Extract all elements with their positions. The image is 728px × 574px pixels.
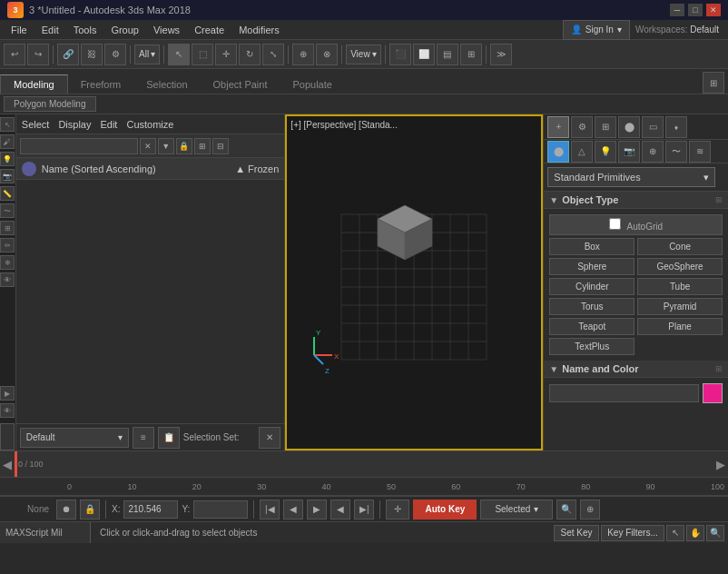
add-selection-btn[interactable]: ✕ — [259, 427, 280, 449]
scene-object-list[interactable] — [16, 180, 285, 423]
hierarchy-tab-btn[interactable]: ⊞ — [595, 116, 616, 138]
maximize-button[interactable]: □ — [688, 4, 703, 16]
shapes-tab-btn[interactable]: △ — [571, 141, 593, 163]
tab-populate[interactable]: Populate — [280, 74, 344, 94]
scene-menu-display[interactable]: Display — [58, 119, 91, 130]
sidebar-icon-wave[interactable]: 〜 — [0, 203, 15, 218]
menu-modifiers[interactable]: Modifiers — [231, 23, 287, 37]
render-btn2[interactable]: ⬜ — [413, 44, 435, 65]
tab-selection[interactable]: Selection — [133, 74, 200, 94]
select-button[interactable]: ↖ — [168, 44, 190, 65]
maxscript-label[interactable]: MAXScript Mil — [0, 522, 91, 543]
menu-edit[interactable]: Edit — [34, 23, 66, 37]
timeline-next-btn[interactable]: ▶ — [713, 451, 728, 477]
standard-primitives-dropdown[interactable]: Standard Primitives ▾ — [547, 167, 715, 187]
helpers-tab-btn[interactable]: ⊕ — [642, 141, 664, 163]
object-name-input[interactable] — [549, 384, 699, 402]
color-swatch-small[interactable] — [0, 423, 15, 450]
crosshair-btn[interactable]: ✛ — [386, 500, 409, 520]
snap2-button[interactable]: ⊗ — [316, 44, 338, 65]
sidebar-icon-select[interactable]: ↖ — [0, 117, 15, 132]
sidebar-icon-ruler[interactable]: 📏 — [0, 186, 15, 201]
lights-tab-btn[interactable]: 💡 — [595, 141, 616, 163]
snap-button[interactable]: ⊕ — [292, 44, 314, 65]
spacewarps-tab-btn[interactable]: 〜 — [665, 141, 687, 163]
default-dropdown[interactable]: Default ▾ — [20, 428, 129, 448]
sidebar-icon-arrow[interactable]: ▶ — [0, 386, 15, 401]
scene-btn2[interactable]: 📋 — [158, 427, 180, 449]
auto-key-button[interactable]: Auto Key — [413, 500, 477, 520]
display-tab-btn[interactable]: ▭ — [642, 116, 664, 138]
cylinder-btn[interactable]: Cylinder — [549, 278, 635, 295]
layers-btn[interactable]: ≡ — [133, 427, 154, 449]
play-btn[interactable]: ▶ — [307, 500, 327, 520]
sidebar-icon-grid[interactable]: ⊞ — [0, 221, 15, 235]
autogrid-checkbox[interactable]: AutoGrid — [549, 214, 723, 235]
color-picker-swatch[interactable] — [703, 383, 723, 403]
torus-btn[interactable]: Torus — [549, 298, 635, 315]
tab-freeform[interactable]: Freeform — [68, 74, 134, 94]
unlink-button[interactable]: ⛓ — [81, 44, 103, 65]
x-coord-input[interactable] — [123, 500, 178, 519]
sign-in-button[interactable]: 👤 Sign In ▾ — [563, 20, 630, 40]
play-back-btn[interactable]: ◀ — [330, 500, 350, 520]
status-nav-btn1[interactable]: ↖ — [666, 525, 684, 541]
render-btn1[interactable]: ⬛ — [389, 44, 411, 65]
viewport[interactable]: [+] [Perspective] [Standa... — [285, 114, 543, 450]
scene-menu-select[interactable]: Select — [22, 119, 50, 130]
undo-button[interactable]: ↩ — [4, 44, 25, 65]
menu-create[interactable]: Create — [187, 23, 231, 37]
zoom-btn[interactable]: ⊕ — [580, 500, 600, 520]
search-btn[interactable]: 🔍 — [556, 500, 576, 520]
box-btn[interactable]: Box — [549, 238, 635, 255]
sidebar-icon-light[interactable]: 💡 — [0, 152, 15, 166]
name-color-header[interactable]: ▼ Name and Color ⊞ — [544, 361, 728, 378]
y-coord-input[interactable] — [193, 500, 248, 519]
status-nav-btn2[interactable]: ✋ — [686, 525, 704, 541]
render-btn3[interactable]: ▤ — [437, 44, 458, 65]
tab-modeling[interactable]: Modeling — [0, 74, 68, 94]
scene-menu-customize[interactable]: Customize — [126, 119, 173, 130]
move-button[interactable]: ✛ — [215, 44, 237, 65]
autogrid-input[interactable] — [609, 218, 621, 230]
timeline-scrubber[interactable]: 0 / 100 — [15, 451, 713, 477]
more-btn[interactable]: ≫ — [490, 44, 512, 65]
sidebar-icon-paint[interactable]: 🖌 — [0, 134, 15, 149]
modify-tab-btn[interactable]: ⚙ — [571, 116, 593, 138]
record-btn[interactable]: ⏺ — [56, 500, 76, 520]
sphere-btn[interactable]: Sphere — [549, 258, 635, 275]
redo-button[interactable]: ↪ — [27, 44, 49, 65]
lock-btn2[interactable]: 🔒 — [80, 500, 100, 520]
cameras-tab-btn[interactable]: 📷 — [618, 141, 640, 163]
tube-btn[interactable]: Tube — [637, 278, 723, 295]
prev-frame-btn[interactable]: ◀ — [283, 500, 303, 520]
sub-tab-polygon-modeling[interactable]: Polygon Modeling — [4, 96, 96, 112]
status-nav-btn3[interactable]: 🔍 — [706, 525, 724, 541]
view-dropdown[interactable]: View ▾ — [346, 45, 381, 64]
timeline-prev-btn[interactable]: ◀ — [0, 451, 15, 477]
sidebar-icon-eye2[interactable]: 👁 — [0, 403, 15, 418]
scale-button[interactable]: ⤡ — [262, 44, 284, 65]
sidebar-icon-snowflake[interactable]: ❄ — [0, 255, 15, 270]
sidebar-icon-brush[interactable]: ✏ — [0, 238, 15, 252]
menu-tools[interactable]: Tools — [66, 23, 104, 37]
filter-btn[interactable]: ▼ — [158, 138, 174, 154]
goto-start-btn[interactable]: |◀ — [260, 500, 280, 520]
geosphere-btn[interactable]: GeoSphere — [637, 258, 723, 275]
menu-views[interactable]: Views — [146, 23, 187, 37]
tab-object-paint[interactable]: Object Paint — [201, 74, 280, 94]
scene-search-input[interactable] — [20, 138, 138, 154]
key-filters-button[interactable]: Key Filters... — [601, 525, 664, 541]
menu-group[interactable]: Group — [103, 23, 146, 37]
minimize-button[interactable]: ─ — [670, 4, 684, 16]
lock-btn[interactable]: 🔒 — [176, 138, 192, 154]
geo-tab-btn[interactable]: ⬤ — [547, 141, 569, 163]
textplus-btn[interactable]: TextPlus — [549, 338, 635, 355]
menu-file[interactable]: File — [4, 23, 34, 37]
select-region-button[interactable]: ⬚ — [192, 44, 213, 65]
sidebar-icon-camera[interactable]: 📷 — [0, 169, 15, 183]
cone-btn[interactable]: Cone — [637, 238, 723, 255]
rotate-button[interactable]: ↻ — [239, 44, 261, 65]
render-btn4[interactable]: ⊞ — [460, 44, 482, 65]
systems-tab-btn[interactable]: ≋ — [689, 141, 711, 163]
